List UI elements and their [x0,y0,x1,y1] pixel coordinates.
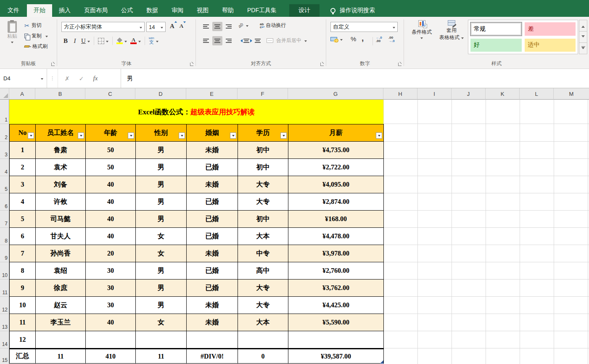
column-header-b[interactable]: B [35,88,85,100]
column-header-k[interactable]: K [486,88,520,100]
cell-gender[interactable]: 男 [136,262,187,280]
number-format-combo[interactable]: 自定义 [330,22,398,32]
enter-icon[interactable]: ✓ [79,75,84,82]
cell-gender[interactable]: 女 [136,228,187,245]
paste-dropdown-icon[interactable] [11,42,13,45]
row-header[interactable]: 4 [0,159,9,176]
cell-no[interactable]: 8 [10,262,36,280]
row-header[interactable]: 8 [0,228,9,245]
format-as-table-button[interactable]: 套用 表格格式 [438,20,465,41]
cell-no[interactable]: 7 [10,245,36,262]
cell-name[interactable]: 赵云 [36,297,86,314]
cell-salary[interactable]: ¥2,874.00 [288,193,384,211]
decrease-indent-button[interactable] [239,36,249,45]
cell-gender[interactable]: 男 [136,142,187,159]
cell-salary[interactable]: ¥3,762.00 [288,280,384,297]
cell-age[interactable]: 50 [86,159,136,176]
cell-education[interactable] [238,331,288,348]
cell-name[interactable]: 徐庶 [36,280,86,297]
increase-indent-button[interactable] [250,36,260,45]
decrease-font-size-button[interactable]: A [180,23,183,30]
tab-review[interactable]: 审阅 [165,4,190,17]
column-header-j[interactable]: J [452,88,486,100]
tab-home[interactable]: 开始 [27,4,52,17]
wrap-text-button[interactable]: abc↩ 自动换行 [260,22,286,29]
cell-age[interactable]: 30 [86,280,136,297]
clipboard-dialog-launcher[interactable] [51,63,55,66]
cell-education[interactable]: 大专 [238,297,288,314]
bold-button[interactable]: B [61,36,70,46]
column-header-a[interactable]: A [9,88,35,100]
tab-insert[interactable]: 插入 [52,4,77,17]
row-header[interactable]: 10 [0,262,9,280]
header-cell-marriage[interactable]: 婚姻 [187,124,238,142]
filter-dropdown-icon[interactable] [78,132,84,139]
comma-style-button[interactable]: , [362,34,364,43]
cell-age[interactable]: 40 [86,176,136,193]
cell-age[interactable]: 20 [86,245,136,262]
column-header-m[interactable]: M [554,88,589,100]
cell-marriage[interactable]: 已婚 [187,159,238,176]
name-box[interactable]: D4 [0,69,47,88]
cell-marriage[interactable]: 已婚 [187,280,238,297]
cell-marriage[interactable]: 已婚 [187,193,238,211]
summary-salary-total[interactable]: ¥39,587.00 [288,348,384,364]
cell-no[interactable]: 12 [10,331,36,348]
cell-education[interactable]: 初中 [238,211,288,228]
cell-salary[interactable]: ¥5,590.00 [288,314,384,331]
column-header-e[interactable]: E [186,88,238,100]
cell-name[interactable]: 袁术 [36,159,86,176]
column-header-d[interactable]: D [135,88,186,100]
summary-div-error[interactable]: #DIV/0! [187,348,238,364]
cell-gender[interactable]: 男 [136,176,187,193]
row-header[interactable]: 7 [0,211,9,228]
cell-salary[interactable]: ¥4,095.00 [288,176,384,193]
font-name-combo[interactable]: 方正小标宋简体 [61,22,145,32]
merge-center-button[interactable]: 合并后居中 [267,37,307,44]
align-center-button[interactable] [212,36,222,45]
column-header-h[interactable]: H [383,88,417,100]
cell-education[interactable]: 大专 [238,176,288,193]
align-left-button[interactable] [201,36,211,45]
summary-gender-count[interactable]: 11 [136,348,187,364]
summary-education[interactable]: 0 [238,348,288,364]
row-header[interactable]: 2 [0,124,9,142]
cell-gender[interactable]: 男 [136,297,187,314]
decrease-decimal-button[interactable] [388,36,395,43]
style-good[interactable]: 好 [470,39,522,52]
header-cell-age[interactable]: 年龄 [86,124,136,142]
cell-gender[interactable] [136,331,187,348]
conditional-formatting-button[interactable]: ≠ 条件格式 [408,20,435,42]
insert-function-button[interactable]: fx [93,75,98,82]
cell-gender[interactable]: 男 [136,193,187,211]
increase-font-size-button[interactable]: A [170,23,174,30]
cell-age[interactable]: 50 [86,142,136,159]
cell-age[interactable]: 30 [86,297,136,314]
cell-name[interactable]: 许攸 [36,193,86,211]
cut-button[interactable]: 剪切 [24,22,48,29]
cell-no[interactable]: 2 [10,159,36,176]
cell-salary[interactable] [288,331,384,348]
cell-name[interactable] [36,331,86,348]
font-size-combo[interactable]: 14 [146,22,166,32]
cell-marriage[interactable]: 未婚 [187,314,238,331]
align-right-button[interactable] [224,36,234,45]
orientation-button[interactable]: ab [238,23,248,28]
row-header[interactable]: 13 [0,314,9,331]
header-cell-gender[interactable]: 性别 [136,124,187,142]
row-header[interactable]: 1 [0,100,9,124]
cell-age[interactable]: 40 [86,211,136,228]
cell-salary[interactable]: ¥4,425.00 [288,297,384,314]
cell-name[interactable]: 鲁肃 [36,142,86,159]
cancel-icon[interactable]: ✗ [65,75,70,82]
cell-name[interactable]: 李玉兰 [36,314,86,331]
column-header-c[interactable]: C [85,88,135,100]
cell-gender[interactable]: 男 [136,280,187,297]
title-banner-cell[interactable]: Excel函数公式： 超级表应用技巧解读 [9,100,383,124]
column-header-f[interactable]: F [238,88,288,100]
copy-button[interactable]: 复制 [24,32,48,40]
style-normal[interactable]: 常规 [470,22,522,36]
cell-name[interactable]: 司马懿 [36,211,86,228]
formula-input[interactable]: 男 [121,69,589,88]
filter-dropdown-icon[interactable] [376,132,382,139]
